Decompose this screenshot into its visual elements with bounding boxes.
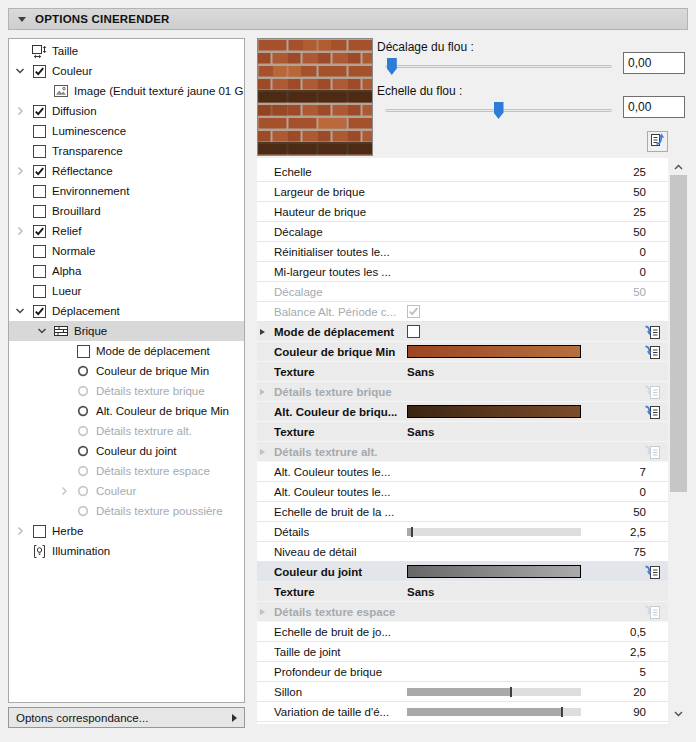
property-row[interactable]: Décalage50 xyxy=(257,222,668,242)
property-row[interactable]: TextureSans xyxy=(257,362,668,382)
slider-tick[interactable] xyxy=(411,527,413,537)
slider-tick[interactable] xyxy=(510,687,512,697)
property-value[interactable]: 0 xyxy=(640,262,646,282)
slider-handle[interactable] xyxy=(387,58,397,75)
property-row[interactable]: Réinitialiser toutes le...0 xyxy=(257,242,668,262)
property-row[interactable]: Alt. Couleur toutes le...0 xyxy=(257,482,668,502)
property-row[interactable]: Alt. Couleur toutes le...7 xyxy=(257,462,668,482)
tree-item[interactable]: Brique xyxy=(9,321,244,341)
tree-item[interactable]: Couleur de brique Min xyxy=(9,361,244,381)
scrollbar-up-button[interactable] xyxy=(670,158,687,175)
tree-item[interactable]: Taille xyxy=(9,41,244,61)
chevron-right-icon[interactable] xyxy=(11,164,29,178)
property-row[interactable]: Couleur de brique Min xyxy=(257,342,668,362)
texture-value[interactable]: Sans xyxy=(407,362,435,382)
blur-scale-slider[interactable] xyxy=(385,101,612,119)
tree-item[interactable]: Détails texture espace xyxy=(9,461,244,481)
property-value[interactable]: 2,5 xyxy=(630,642,646,662)
tree-item[interactable]: Couleur xyxy=(9,481,244,501)
property-value[interactable]: 25 xyxy=(633,162,646,182)
color-swatch[interactable] xyxy=(407,405,581,418)
checkbox[interactable] xyxy=(29,523,49,539)
property-row[interactable]: Variation de taille d'é...90 xyxy=(257,702,668,722)
property-value[interactable]: 5 xyxy=(640,662,646,682)
property-value[interactable]: 50 xyxy=(633,222,646,242)
property-row[interactable]: Détails textrure alt. xyxy=(257,442,668,462)
tree-item[interactable]: Herbe xyxy=(9,521,244,541)
checkbox[interactable] xyxy=(29,303,49,319)
tree-item[interactable]: Alpha xyxy=(9,261,244,281)
tree-item[interactable]: Détails textrure alt. xyxy=(9,421,244,441)
property-value[interactable]: 7 xyxy=(640,462,646,482)
chevron-down-icon[interactable] xyxy=(11,64,29,78)
vertical-scrollbar[interactable] xyxy=(670,158,687,722)
property-value[interactable]: 25 xyxy=(633,202,646,222)
checkbox[interactable] xyxy=(29,103,49,119)
expand-arrow-icon[interactable] xyxy=(260,389,265,395)
tree-item[interactable]: Relief xyxy=(9,221,244,241)
checkbox[interactable] xyxy=(29,243,49,259)
scrollbar-down-button[interactable] xyxy=(670,705,687,722)
property-row[interactable]: Détails texture brique xyxy=(257,382,668,402)
texture-value[interactable]: Sans xyxy=(407,582,435,602)
property-value[interactable]: 90 xyxy=(633,702,646,722)
tree-item[interactable]: Réflectance xyxy=(9,161,244,181)
expand-arrow-icon[interactable] xyxy=(260,449,265,455)
tree-item[interactable]: Luminescence xyxy=(9,121,244,141)
checkbox[interactable] xyxy=(29,283,49,299)
chevron-down-icon[interactable] xyxy=(11,304,29,318)
expand-arrow-icon[interactable] xyxy=(260,609,265,615)
property-row[interactable]: Décalage50 xyxy=(257,282,668,302)
tree-item[interactable]: Brouillard xyxy=(9,201,244,221)
checkbox[interactable] xyxy=(29,163,49,179)
tree-item[interactable]: Alt. Couleur de brique Min xyxy=(9,401,244,421)
property-row[interactable]: Couleur du joint xyxy=(257,562,668,582)
options-correspondance-button[interactable]: Optons correspondance... xyxy=(8,707,245,728)
checkbox[interactable] xyxy=(407,305,420,320)
blur-scale-input[interactable] xyxy=(623,96,685,118)
chevron-right-icon[interactable] xyxy=(55,484,73,498)
transfer-settings-icon[interactable] xyxy=(644,404,662,423)
property-value[interactable]: 0,5 xyxy=(630,622,646,642)
property-row[interactable]: Echelle de bruit de la ...50 xyxy=(257,502,668,522)
slider-handle[interactable] xyxy=(494,102,504,119)
tree-item[interactable]: Illumination xyxy=(9,541,244,561)
property-row[interactable]: TextureSans xyxy=(257,582,668,602)
cinerender-section-header[interactable]: OPTIONS CINERENDER xyxy=(8,8,688,30)
texture-value[interactable]: Sans xyxy=(407,422,435,442)
scrollbar-thumb[interactable] xyxy=(670,175,687,492)
chevron-down-icon[interactable] xyxy=(33,324,51,338)
property-row[interactable]: Taille de joint2,5 xyxy=(257,642,668,662)
value-slider[interactable] xyxy=(407,528,581,536)
tree-item[interactable]: Image (Enduit texturé jaune 01 GS) xyxy=(9,81,244,101)
property-row[interactable]: Détails texture espace xyxy=(257,602,668,622)
tree-item[interactable]: Normale xyxy=(9,241,244,261)
expand-arrow-icon[interactable] xyxy=(260,329,265,335)
chevron-right-icon[interactable] xyxy=(11,524,29,538)
color-swatch[interactable] xyxy=(407,565,581,578)
value-slider[interactable] xyxy=(407,688,581,696)
property-row[interactable]: Largeur de brique50 xyxy=(257,182,668,202)
property-row[interactable]: Mode de déplacement xyxy=(257,322,668,342)
property-row[interactable]: TextureSans xyxy=(257,422,668,442)
chevron-right-icon[interactable] xyxy=(11,224,29,238)
property-value[interactable]: 0 xyxy=(640,242,646,262)
checkbox[interactable] xyxy=(29,143,49,159)
checkbox[interactable] xyxy=(73,343,93,359)
color-swatch[interactable] xyxy=(407,345,581,358)
property-value[interactable]: 20 xyxy=(633,682,646,702)
property-row[interactable]: Echelle25 xyxy=(257,162,668,182)
checkbox[interactable] xyxy=(29,183,49,199)
checkbox[interactable] xyxy=(29,123,49,139)
tree-item[interactable]: Environnement xyxy=(9,181,244,201)
tree-item[interactable]: Couleur du joint xyxy=(9,441,244,461)
tree-item[interactable]: Diffusion xyxy=(9,101,244,121)
export-settings-button[interactable] xyxy=(647,131,668,152)
tree-item[interactable]: Déplacement xyxy=(9,301,244,321)
checkbox[interactable] xyxy=(29,263,49,279)
property-value[interactable]: 50 xyxy=(633,282,646,302)
property-row[interactable]: Mi-largeur toutes les ...0 xyxy=(257,262,668,282)
property-row[interactable]: Alt. Couleur de briqu... xyxy=(257,402,668,422)
checkbox[interactable] xyxy=(29,63,49,79)
checkbox[interactable] xyxy=(29,223,49,239)
